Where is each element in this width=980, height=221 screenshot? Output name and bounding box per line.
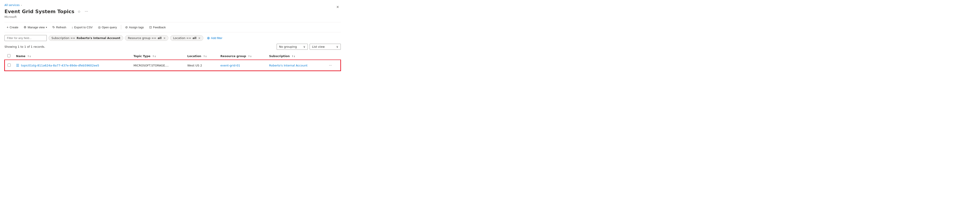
view-controls: No grouping ∨ List view ∨ [277,44,341,50]
subscription-sort-icon: ↑↓ [291,55,295,58]
row-location-value: West US 2 [187,64,202,67]
col-topic-type-label: Topic Type [134,54,150,58]
resource-group-filter-label: Resource group == [128,36,156,40]
pin-icon[interactable]: ☆ [76,8,81,14]
subscription-filter-value: Roberto's Internal Account [76,36,121,40]
add-filter-button[interactable]: ⊕ Add filter [205,35,224,41]
resource-group-filter-tag: Resource group == all × [125,35,169,41]
resource-group-filter-value: all [158,36,162,40]
location-filter-value: all [192,36,196,40]
resource-group-filter-close[interactable]: × [163,37,165,40]
resource-group-sort-icon: ↑↓ [248,55,252,58]
tag-icon: ⊘ [125,26,128,29]
row-more-button[interactable]: ··· [327,62,334,68]
export-csv-label: Export to CSV [74,26,92,29]
open-query-label: Open query [102,26,117,29]
feedback-button[interactable]: ⊡ Feedback [147,24,168,30]
col-location-label: Location [187,54,201,58]
assign-tags-button[interactable]: ⊘ Assign tags [123,24,146,30]
row-subscription-cell: Roberto's Internal Account [266,60,325,71]
feedback-icon: ⊡ [149,26,152,29]
col-subscription-label: Subscription [269,54,290,58]
table-header-row: Name ↑↓ Topic Type ↑↓ Location ↑↓ Resour… [5,53,340,60]
select-all-checkbox-cell [5,53,13,60]
query-icon: ◎ [98,26,101,29]
row-resource-group-link[interactable]: event-grid-01 [221,64,240,67]
row-checkbox[interactable] [8,64,11,67]
manage-view-button[interactable]: ⚙ Manage view ▾ [21,24,49,30]
col-name-label: Name [16,54,25,58]
col-header-actions [325,53,340,60]
refresh-label: Refresh [56,26,66,29]
more-options-icon[interactable]: ··· [84,8,89,14]
results-text: Showing 1 to 1 of 1 records. [5,45,45,48]
plus-icon: + [7,26,8,29]
grouping-label: No grouping [279,45,297,48]
list-view-dropdown[interactable]: List view ∨ [310,44,341,50]
row-topic-type-value: MICROSOFT.STORAGE.... [134,64,169,67]
page-title-row: Event Grid System Topics ☆ ··· [5,8,341,14]
col-header-name[interactable]: Name ↑↓ [13,53,131,60]
main-table: Name ↑↓ Topic Type ↑↓ Location ↑↓ Resour… [5,53,341,71]
add-filter-label: Add filter [211,36,222,40]
breadcrumb-link[interactable]: All services [5,3,20,7]
row-name-link[interactable]: topic01stg-811a624a-8a77-437e-89de-dfeb5… [21,64,99,67]
row-actions-cell: ··· [325,60,340,71]
manage-view-label: Manage view [28,26,45,29]
subscription-filter-tag: Subscription == Roberto's Internal Accou… [49,35,123,41]
name-sort-icon: ↑↓ [27,55,31,58]
add-filter-icon: ⊕ [207,36,210,40]
toolbar: + Create ⚙ Manage view ▾ ↻ Refresh ↓ Exp… [5,22,341,32]
list-view-label: List view [312,45,325,48]
gear-icon: ⚙ [24,26,27,29]
topic-type-sort-icon: ↑↓ [152,55,156,58]
list-view-chevron-icon: ∨ [336,45,338,48]
col-resource-group-label: Resource group [221,54,246,58]
open-query-button[interactable]: ◎ Open query [96,24,119,30]
results-row: Showing 1 to 1 of 1 records. No grouping… [5,44,341,50]
grouping-dropdown[interactable]: No grouping ∨ [277,44,308,50]
location-filter-close[interactable]: × [198,37,200,40]
location-filter-tag: Location == all × [170,35,204,41]
row-topic-type-cell: MICROSOFT.STORAGE.... [131,60,185,71]
row-location-cell: West US 2 [185,60,218,71]
refresh-button[interactable]: ↻ Refresh [50,24,68,30]
grouping-chevron-icon: ∨ [303,45,305,48]
table-row: ☰ topic01stg-811a624a-8a77-437e-89de-dfe… [5,60,340,71]
assign-tags-label: Assign tags [129,26,144,29]
filter-input[interactable] [5,35,47,41]
row-checkbox-cell [5,60,13,71]
row-name-cell: ☰ topic01stg-811a624a-8a77-437e-89de-dfe… [13,60,131,71]
create-label: Create [10,26,18,29]
col-header-location[interactable]: Location ↑↓ [185,53,218,60]
location-sort-icon: ↑↓ [203,55,207,58]
row-resource-group-cell: event-grid-01 [218,60,267,71]
col-header-subscription[interactable]: Subscription ↑↓ [266,53,325,60]
row-resource-icon: ☰ [16,63,19,67]
breadcrumb: All services › [5,3,341,7]
feedback-label: Feedback [153,26,166,29]
export-csv-button[interactable]: ↓ Export to CSV [69,24,95,30]
create-button[interactable]: + Create [5,24,21,30]
col-header-resource-group[interactable]: Resource group ↑↓ [218,53,267,60]
col-header-topic-type[interactable]: Topic Type ↑↓ [131,53,185,60]
subscription-filter-label: Subscription == [51,36,75,40]
select-all-checkbox[interactable] [7,54,11,57]
location-filter-label: Location == [173,36,191,40]
page-title: Event Grid System Topics [5,9,75,14]
close-button[interactable]: × [334,3,341,11]
filter-row: Subscription == Roberto's Internal Accou… [5,35,341,41]
refresh-icon: ↻ [52,26,55,29]
page-subtitle: Microsoft [5,15,341,19]
chevron-down-icon: ▾ [46,26,47,29]
row-subscription-link[interactable]: Roberto's Internal Account [269,64,307,67]
breadcrumb-chevron-icon: › [21,4,22,6]
download-icon: ↓ [72,26,73,29]
